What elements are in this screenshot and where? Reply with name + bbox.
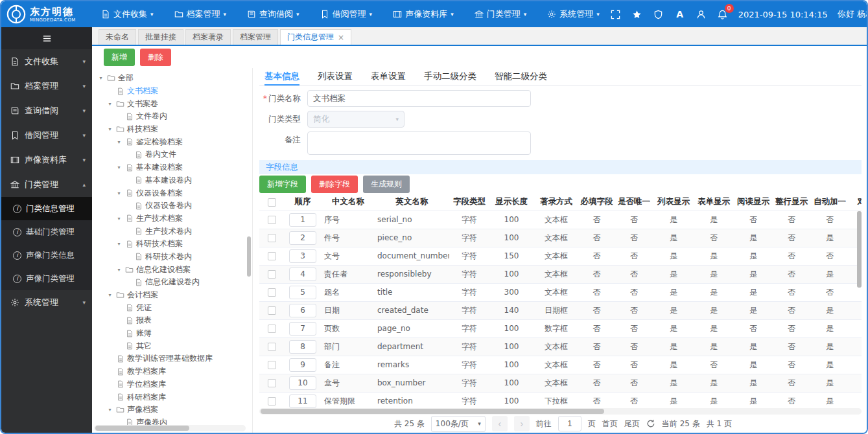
tree-node[interactable]: 信息化建设卷内 <box>97 276 246 289</box>
chevron-down-icon[interactable]: ▾ <box>97 75 104 81</box>
row-checkbox[interactable] <box>268 397 276 405</box>
add-button[interactable]: 新增 <box>104 49 135 66</box>
scrollbar-thumb[interactable] <box>261 409 604 414</box>
tree-node[interactable]: 教学档案库 <box>97 365 246 378</box>
detail-tab-2[interactable]: 表单设置 <box>371 68 406 86</box>
table-row[interactable]: 4责任者responsibleby字符100文本框否否是是是否是 <box>259 265 862 283</box>
sidebar-item-2[interactable]: 查询借阅▾ <box>1 98 92 123</box>
chevron-down-icon[interactable]: ▾ <box>106 101 113 107</box>
tab-0[interactable]: 未命名 <box>99 29 136 45</box>
top-menu-6[interactable]: 系统管理▾ <box>537 1 610 27</box>
table-row[interactable]: 6日期created_date字符140日期框否否是是是否是 <box>259 301 862 319</box>
tree-node[interactable]: 报表 <box>97 314 246 327</box>
sidebar-subitem[interactable]: i声像门类管理 <box>1 267 92 290</box>
chevron-down-icon[interactable]: ▾ <box>115 216 123 222</box>
row-checkbox[interactable] <box>268 325 276 333</box>
scrollbar-thumb[interactable] <box>247 236 251 277</box>
tree-node[interactable]: ▾全部 <box>97 72 246 85</box>
table-row[interactable]: 10盒号box_number字符100文本框否否是是是否是 <box>259 374 862 392</box>
chevron-down-icon[interactable]: ▾ <box>115 190 123 196</box>
tree-node[interactable]: ▾会计档案 <box>97 289 246 302</box>
first-page-link[interactable]: 首页 <box>602 418 618 429</box>
add-field-button[interactable]: 新增字段 <box>259 176 306 193</box>
order-input[interactable]: 10 <box>289 376 316 390</box>
tree-node[interactable]: 文件卷内 <box>97 110 246 123</box>
tree-horizontal-scrollbar[interactable] <box>94 425 246 431</box>
row-checkbox[interactable] <box>268 306 276 315</box>
table-row[interactable]: 8部门department字符100文本框否否是是是否是 <box>259 337 862 356</box>
generate-rule-button[interactable]: 生成规则 <box>363 176 410 193</box>
tree-node[interactable]: 卷内文件 <box>97 148 246 161</box>
bell-icon[interactable]: 0 <box>717 8 729 20</box>
table-row[interactable]: 7页数page_no字符100数字框否否是是否否是 <box>259 319 862 337</box>
order-input[interactable]: 1 <box>289 213 316 227</box>
chevron-down-icon[interactable]: ▾ <box>115 241 123 247</box>
sidebar-subitem[interactable]: i门类信息管理 <box>1 197 92 220</box>
tree-node[interactable]: ▾鉴定检验档案 <box>97 135 246 148</box>
category-type-select[interactable]: 简化 ▾ <box>307 111 405 128</box>
delete-field-button[interactable]: 删除字段 <box>311 176 358 193</box>
sidebar-subitem[interactable]: i声像门类信息 <box>1 244 92 267</box>
scrollbar-thumb[interactable] <box>857 211 862 288</box>
close-icon[interactable]: × <box>338 33 344 42</box>
chevron-down-icon[interactable]: ▾ <box>115 165 123 170</box>
sidebar-item-4[interactable]: 声像资料库▾ <box>1 148 92 172</box>
order-input[interactable]: 3 <box>289 249 316 263</box>
table-row[interactable]: 3文号document_number字符150文本框否否是是是否否 <box>259 247 862 265</box>
tree-node[interactable]: 账簿 <box>97 327 246 340</box>
row-checkbox[interactable] <box>268 216 276 224</box>
row-checkbox[interactable] <box>268 234 276 242</box>
order-input[interactable]: 11 <box>289 394 316 408</box>
last-page-link[interactable]: 尾页 <box>624 418 640 429</box>
shield-icon[interactable] <box>653 8 664 20</box>
table-horizontal-scrollbar[interactable] <box>259 408 862 415</box>
note-textarea[interactable] <box>307 131 531 155</box>
order-input[interactable]: 4 <box>289 268 316 281</box>
order-input[interactable]: 2 <box>289 231 316 245</box>
chevron-down-icon[interactable]: ▾ <box>115 267 123 273</box>
detail-tab-3[interactable]: 手动二级分类 <box>424 68 476 86</box>
sidebar-item-3[interactable]: 借阅管理▾ <box>1 123 92 148</box>
tree-node[interactable]: 学位档案库 <box>97 378 246 391</box>
top-menu-2[interactable]: 查询借阅▾ <box>237 1 310 27</box>
refresh-icon[interactable] <box>646 419 655 428</box>
tree-node[interactable]: ▾文书案卷 <box>97 97 246 110</box>
tree-node[interactable]: ▾信息化建设档案 <box>97 263 246 276</box>
tree-node[interactable]: ▾生产技术档案 <box>97 212 246 225</box>
row-checkbox[interactable] <box>268 288 276 297</box>
table-row[interactable]: 11保管期限retention字符100下拉框否否是是是否是 <box>259 392 862 408</box>
tab-1[interactable]: 批量挂接 <box>138 29 183 45</box>
chevron-down-icon[interactable]: ▾ <box>106 407 113 413</box>
chevron-down-icon[interactable]: ▾ <box>115 139 123 145</box>
user-icon[interactable] <box>696 8 707 20</box>
top-menu-4[interactable]: 声像资料库▾ <box>382 1 464 27</box>
star-icon[interactable] <box>631 8 643 20</box>
tab-3[interactable]: 档案管理 <box>233 29 278 45</box>
tree-node[interactable]: 文书档案 <box>97 85 246 98</box>
order-input[interactable]: 7 <box>289 322 316 336</box>
brand[interactable]: 东方明德 MINGDEDATA.COM <box>6 5 91 24</box>
table-row[interactable]: 5题名title字符300文本框否否是是是否否 <box>259 283 862 301</box>
sidebar-toggle[interactable] <box>1 27 92 49</box>
order-input[interactable]: 6 <box>289 304 316 317</box>
table-row[interactable]: 9备注remarks字符100文本框否否是否是否是 <box>259 356 862 374</box>
row-checkbox[interactable] <box>268 343 276 351</box>
page-size-select[interactable]: 100条/页 ▾ <box>431 416 486 432</box>
goto-page-input[interactable] <box>558 416 581 431</box>
tree-node[interactable]: 凭证 <box>97 301 246 314</box>
sidebar-subitem[interactable]: i基础门类管理 <box>1 220 92 244</box>
delete-button[interactable]: 删除 <box>140 49 171 66</box>
order-input[interactable]: 5 <box>289 286 316 299</box>
tree-node[interactable]: ▾科技档案 <box>97 123 246 136</box>
tree-node[interactable]: ▾科研技术档案 <box>97 238 246 251</box>
sidebar-item-5[interactable]: 门类管理▴ <box>1 172 92 197</box>
top-menu-1[interactable]: 档案管理▾ <box>164 1 237 27</box>
row-checkbox[interactable] <box>268 270 276 279</box>
tree-node[interactable]: 基本建设卷内 <box>97 174 246 187</box>
top-menu-3[interactable]: 借阅管理▾ <box>310 1 383 27</box>
sidebar-item-0[interactable]: 文件收集▾ <box>1 49 92 74</box>
tree-node[interactable]: ▾声像档案 <box>97 404 246 417</box>
tree-node[interactable]: 科研档案库 <box>97 391 246 404</box>
select-all-checkbox[interactable] <box>268 198 276 207</box>
row-checkbox[interactable] <box>268 252 276 260</box>
